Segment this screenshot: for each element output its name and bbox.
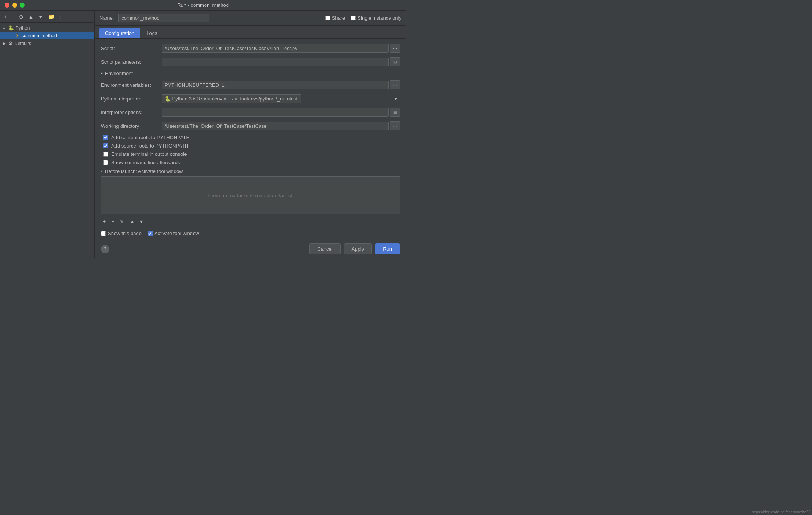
tree-item-python[interactable]: ▾ 🐍 Python	[0, 24, 94, 32]
add-source-roots-row: Add source roots to PYTHONPATH	[101, 143, 400, 149]
before-launch-label: Before launch: Activate tool window	[105, 168, 183, 174]
python-interpreter-select-wrapper: 🐍 Python 3.6.3 virtualenv at ~/.virtuale…	[162, 94, 400, 103]
folder-button[interactable]: 📁	[46, 13, 56, 20]
interpreter-options-input[interactable]	[162, 108, 389, 117]
show-command-line-row: Show command line afterwards	[101, 160, 400, 165]
name-label: Name:	[99, 15, 114, 21]
right-panel: Name: Share Single instance only Configu…	[95, 11, 406, 258]
interpreter-options-browse-button[interactable]: ⊞	[390, 108, 400, 117]
name-input[interactable]	[118, 14, 209, 22]
env-vars-container: ···	[162, 80, 400, 89]
tree-item-defaults[interactable]: ▶ ⚙ Defaults	[0, 39, 94, 47]
no-tasks-text: There are no tasks to run before launch	[207, 193, 294, 198]
maximize-button[interactable]	[20, 3, 25, 8]
env-section-arrow: ▾	[101, 71, 103, 75]
working-dir-browse-button[interactable]: ···	[390, 121, 400, 130]
show-command-line-label[interactable]: Show command line afterwards	[111, 160, 180, 165]
window-controls[interactable]	[5, 3, 25, 8]
script-browse-button[interactable]: ···	[390, 44, 400, 53]
share-checkbox-group: Share	[325, 15, 345, 21]
config-content: Script: ··· Script parameters: ⊞ ▾ Envir…	[95, 39, 406, 240]
launch-toolbar: + − ✎ ▲ ▾	[101, 217, 400, 226]
emulate-terminal-label[interactable]: Emulate terminal in output console	[111, 151, 187, 157]
python-folder-icon: 🐍	[8, 25, 14, 31]
remove-config-button[interactable]: −	[10, 13, 16, 20]
tree-item-common-method[interactable]: 🏃 common_method	[0, 32, 94, 39]
cancel-button[interactable]: Cancel	[309, 243, 340, 254]
script-params-browse-button[interactable]: ⊞	[390, 57, 400, 66]
script-params-row: Script parameters: ⊞	[101, 57, 400, 67]
tabs-row: Configuration Logs	[95, 26, 406, 39]
interpreter-options-row: Interpreter options: ⊞	[101, 107, 400, 117]
titlebar: Run - common_method	[0, 0, 406, 11]
before-launch-header[interactable]: ▾ Before launch: Activate tool window	[101, 168, 400, 174]
before-launch-section: ▾ Before launch: Activate tool window Th…	[101, 168, 400, 226]
emulate-terminal-checkbox[interactable]	[103, 152, 108, 157]
left-toolbar: + − ⊙ ▲ ▼ 📁 ↕	[0, 11, 94, 23]
launch-edit-button[interactable]: ✎	[118, 218, 126, 225]
close-button[interactable]	[5, 3, 9, 8]
env-vars-input[interactable]	[162, 81, 389, 89]
run-config-icon: 🏃	[14, 33, 20, 38]
env-section-label: Environment	[105, 71, 133, 76]
emulate-terminal-row: Emulate terminal in output console	[101, 151, 400, 157]
script-params-input[interactable]	[162, 58, 389, 66]
python-interpreter-label: Python interpreter:	[101, 96, 162, 102]
single-instance-checkbox[interactable]	[351, 16, 356, 20]
add-config-button[interactable]: +	[2, 13, 8, 20]
env-vars-browse-button[interactable]: ···	[390, 80, 400, 89]
add-source-roots-label[interactable]: Add source roots to PYTHONPATH	[111, 143, 188, 149]
script-params-container: ⊞	[162, 57, 400, 66]
working-dir-row: Working directory: ···	[101, 121, 400, 131]
working-dir-container: ···	[162, 121, 400, 130]
move-up-button[interactable]: ▲	[27, 13, 35, 20]
show-page-label[interactable]: Show this page	[108, 231, 142, 236]
python-interpreter-container: 🐍 Python 3.6.3 virtualenv at ~/.virtuale…	[162, 94, 400, 103]
tab-logs[interactable]: Logs	[141, 28, 163, 38]
help-button[interactable]: ?	[101, 245, 109, 253]
window-title: Run - common_method	[177, 2, 229, 8]
launch-add-button[interactable]: +	[101, 218, 108, 225]
main-container: + − ⊙ ▲ ▼ 📁 ↕ ▾ 🐍 Python 🏃 common_method	[0, 11, 406, 258]
move-down-button[interactable]: ▼	[36, 13, 45, 20]
env-vars-row: Environment variables: ···	[101, 80, 400, 90]
show-page-checkbox[interactable]	[101, 231, 106, 236]
defaults-icon: ⚙	[8, 41, 13, 46]
sort-button[interactable]: ↕	[57, 13, 63, 20]
working-dir-input[interactable]	[162, 122, 389, 130]
launch-up-button[interactable]: ▲	[127, 218, 137, 225]
add-content-roots-checkbox[interactable]	[103, 135, 108, 140]
copy-config-button[interactable]: ⊙	[17, 13, 25, 20]
run-button[interactable]: Run	[375, 243, 400, 254]
launch-tasks-box: There are no tasks to run before launch	[101, 176, 400, 214]
tree-label-common-method: common_method	[22, 33, 57, 38]
before-launch-arrow: ▾	[101, 169, 103, 173]
share-label: Share	[332, 15, 345, 21]
name-row: Name: Share Single instance only	[95, 11, 406, 26]
activate-tool-label[interactable]: Activate tool window	[154, 231, 199, 236]
tab-configuration[interactable]: Configuration	[99, 28, 140, 38]
footer: ? Cancel Apply Run	[95, 240, 406, 258]
tree-arrow-defaults: ▶	[3, 41, 7, 46]
script-value-container: ···	[162, 44, 400, 53]
script-input[interactable]	[162, 44, 389, 53]
tree-label-defaults: Defaults	[14, 41, 31, 46]
add-source-roots-checkbox[interactable]	[103, 143, 108, 148]
share-checkbox[interactable]	[325, 16, 330, 20]
env-vars-label: Environment variables:	[101, 82, 162, 88]
interpreter-options-label: Interpreter options:	[101, 110, 162, 115]
single-instance-group: Single instance only	[351, 15, 401, 21]
left-panel: + − ⊙ ▲ ▼ 📁 ↕ ▾ 🐍 Python 🏃 common_method	[0, 11, 95, 258]
add-content-roots-label[interactable]: Add content roots to PYTHONPATH	[111, 135, 190, 140]
minimize-button[interactable]	[12, 3, 17, 8]
bottom-checkboxes: Show this page Activate tool window	[101, 228, 400, 239]
launch-remove-button[interactable]: −	[109, 218, 116, 225]
show-command-line-checkbox[interactable]	[103, 160, 108, 165]
activate-tool-checkbox[interactable]	[148, 231, 153, 236]
single-instance-label: Single instance only	[357, 15, 401, 21]
apply-button[interactable]: Apply	[344, 243, 372, 254]
environment-section-header[interactable]: ▾ Environment	[101, 71, 400, 76]
script-label: Script:	[101, 46, 162, 51]
python-interpreter-select[interactable]: 🐍 Python 3.6.3 virtualenv at ~/.virtuale…	[162, 94, 301, 103]
launch-down-button[interactable]: ▾	[138, 218, 145, 225]
